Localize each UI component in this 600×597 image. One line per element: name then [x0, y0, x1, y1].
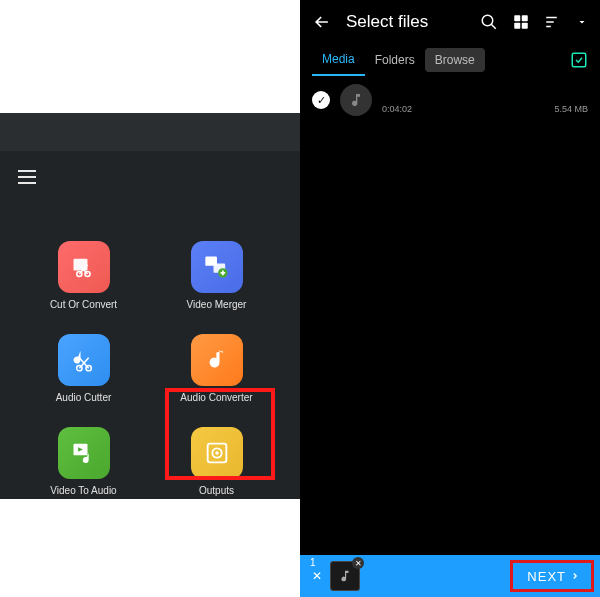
file-duration: 0:04:02 [382, 104, 412, 114]
svg-rect-14 [522, 15, 528, 21]
app-label: Cut Or Convert [50, 299, 117, 310]
remove-item-icon[interactable]: ✕ [352, 557, 364, 569]
dropdown-icon[interactable] [576, 16, 588, 28]
app-label: Outputs [199, 485, 234, 496]
grid-view-icon[interactable] [512, 13, 530, 31]
svg-rect-16 [522, 23, 528, 29]
svg-rect-19 [546, 26, 551, 28]
app-video-to-audio[interactable]: Video To Audio [42, 427, 125, 496]
select-all-icon[interactable] [570, 51, 588, 69]
tab-folders[interactable]: Folders [365, 44, 425, 76]
svg-rect-0 [73, 259, 87, 271]
sort-icon[interactable] [544, 13, 562, 31]
back-icon[interactable] [312, 12, 332, 32]
app-label: Video To Audio [50, 485, 116, 496]
svg-rect-20 [572, 53, 586, 67]
search-icon[interactable] [480, 13, 498, 31]
page-title: Select files [346, 12, 466, 32]
app-cut-or-convert[interactable]: Cut Or Convert [42, 241, 125, 310]
music-note-icon [340, 84, 372, 116]
highlight-audio-converter [165, 388, 275, 480]
tab-browse[interactable]: Browse [425, 48, 485, 72]
selected-count: 1 [310, 557, 316, 568]
audio-converter-icon [191, 334, 243, 386]
hamburger-menu[interactable] [18, 166, 36, 188]
tab-media[interactable]: Media [312, 44, 365, 76]
app-video-merger[interactable]: Video Merger [175, 241, 258, 310]
svg-point-12 [482, 15, 493, 26]
highlight-next [510, 560, 594, 592]
video-to-audio-icon [58, 427, 110, 479]
file-row[interactable]: ✓ 0:04:02 5.54 MB [300, 76, 600, 124]
audio-cutter-icon [58, 334, 110, 386]
svg-rect-17 [546, 17, 557, 19]
video-merger-icon [191, 241, 243, 293]
app-label: Audio Cutter [56, 392, 112, 403]
svg-rect-15 [514, 23, 520, 29]
app-audio-cutter[interactable]: Audio Cutter [42, 334, 125, 403]
file-size: 5.54 MB [554, 104, 588, 114]
svg-rect-13 [514, 15, 520, 21]
file-checkbox[interactable]: ✓ [312, 91, 330, 109]
app-label: Video Merger [187, 299, 247, 310]
svg-rect-18 [546, 21, 554, 23]
selected-thumbnail[interactable]: ✕ [330, 561, 360, 591]
clear-selection-icon[interactable]: ✕ [310, 569, 324, 583]
cut-convert-icon [58, 241, 110, 293]
